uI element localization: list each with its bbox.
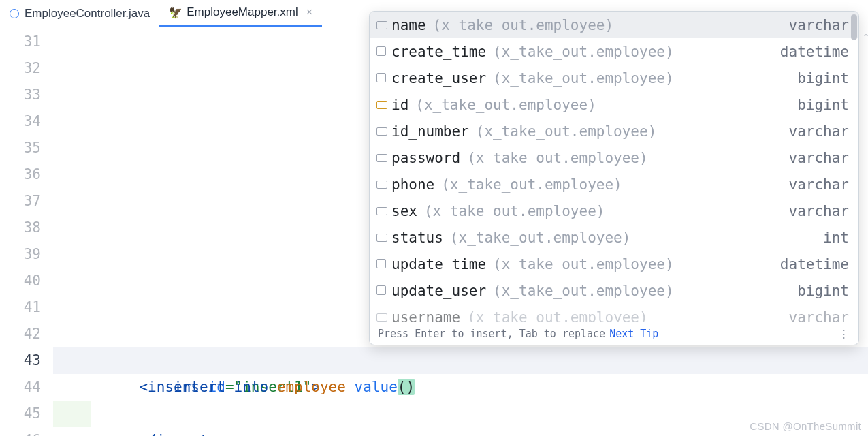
column-icon bbox=[376, 204, 391, 218]
autocomplete-item[interactable]: username(x_take_out.employee)varchar bbox=[370, 304, 858, 322]
popup-scrollbar-thumb[interactable] bbox=[851, 14, 857, 40]
autocomplete-item[interactable]: id(x_take_out.employee)bigint bbox=[370, 91, 858, 118]
autocomplete-item[interactable]: status(x_take_out.employee)int bbox=[370, 224, 858, 251]
item-name: id_number bbox=[391, 123, 469, 140]
autocomplete-item[interactable]: id_number(x_take_out.employee)varchar bbox=[370, 118, 858, 144]
field-box-icon bbox=[376, 258, 391, 271]
column-icon bbox=[376, 178, 391, 191]
primary-key-icon bbox=[376, 98, 391, 112]
tab-label: EmployeeController.java bbox=[25, 7, 150, 20]
autocomplete-item[interactable]: update_time(x_take_out.employee)datetime bbox=[370, 251, 858, 277]
item-namespace: (x_take_out.employee) bbox=[433, 17, 789, 33]
item-type: varchar bbox=[788, 150, 849, 166]
item-type: bigint bbox=[797, 70, 849, 87]
item-namespace: (x_take_out.employee) bbox=[493, 283, 797, 299]
item-name: update_user bbox=[391, 283, 486, 299]
autocomplete-item[interactable]: phone(x_take_out.employee)varchar bbox=[370, 171, 858, 198]
column-icon bbox=[376, 18, 391, 32]
autocomplete-item[interactable]: sex(x_take_out.employee)varchar bbox=[370, 198, 858, 224]
item-type: datetime bbox=[780, 256, 849, 272]
item-namespace: (x_take_out.employee) bbox=[476, 123, 789, 140]
scroll-up-icon[interactable]: ⌃ bbox=[863, 33, 868, 42]
popup-hint-text: Press Enter to insert, Tab to replace bbox=[378, 328, 605, 340]
close-icon[interactable]: × bbox=[306, 6, 312, 18]
item-namespace: (x_take_out.employee) bbox=[415, 97, 797, 113]
item-type: datetime bbox=[780, 44, 849, 60]
item-type: varchar bbox=[788, 17, 849, 33]
item-namespace: (x_take_out.employee) bbox=[493, 44, 780, 60]
item-type: varchar bbox=[788, 203, 849, 219]
item-namespace: (x_take_out.employee) bbox=[493, 256, 780, 272]
code-editor[interactable]: 313233343536 373839404142 43444546 <inse… bbox=[0, 27, 868, 436]
code-line-44[interactable]: </insert> bbox=[53, 374, 868, 401]
autocomplete-item[interactable]: create_user(x_take_out.employee)bigint bbox=[370, 65, 858, 91]
item-type: varchar bbox=[788, 123, 849, 140]
field-box-icon bbox=[376, 284, 391, 298]
next-tip-link[interactable]: Next Tip bbox=[609, 328, 658, 340]
popup-footer: Press Enter to insert, Tab to replace Ne… bbox=[370, 322, 858, 345]
item-name: create_time bbox=[391, 44, 486, 60]
column-icon bbox=[376, 151, 391, 165]
item-type: varchar bbox=[788, 309, 849, 322]
line-gutter: 313233343536 373839404142 43444546 bbox=[0, 27, 53, 436]
autocomplete-item[interactable]: create_time(x_take_out.employee)datetime bbox=[370, 38, 858, 65]
item-name: id bbox=[391, 97, 408, 113]
item-name: name bbox=[391, 17, 426, 33]
editor-scrollbar[interactable]: ⌃ bbox=[863, 33, 868, 53]
field-box-icon bbox=[376, 45, 391, 59]
code-line-43[interactable]: insert into employee value() bbox=[53, 347, 868, 374]
item-type: bigint bbox=[797, 97, 849, 113]
autocomplete-popup: name(x_take_out.employee)varcharcreate_t… bbox=[369, 11, 859, 345]
column-icon bbox=[376, 231, 391, 245]
code-area[interactable]: <insert id="insert1"> insert into employ… bbox=[53, 27, 868, 436]
item-namespace: (x_take_out.employee) bbox=[450, 230, 823, 246]
code-line-46[interactable]: </mapper> bbox=[53, 427, 868, 436]
tab-employee-mapper[interactable]: EmployeeMapper.xml × bbox=[159, 0, 322, 27]
watermark-text: CSDN @OnTheSummit bbox=[750, 420, 861, 432]
autocomplete-item[interactable]: update_user(x_take_out.employee)bigint bbox=[370, 277, 858, 304]
item-type: varchar bbox=[788, 176, 849, 193]
item-namespace: (x_take_out.employee) bbox=[493, 70, 797, 87]
tab-employee-controller[interactable]: EmployeeController.java bbox=[0, 0, 159, 27]
item-type: int bbox=[823, 230, 849, 246]
item-name: password bbox=[391, 150, 460, 166]
item-name: status bbox=[391, 230, 443, 246]
item-namespace: (x_take_out.employee) bbox=[467, 150, 788, 166]
item-namespace: (x_take_out.employee) bbox=[441, 176, 788, 193]
autocomplete-item[interactable]: name(x_take_out.employee)varchar bbox=[370, 12, 858, 38]
item-namespace: (x_take_out.employee) bbox=[424, 203, 789, 219]
item-name: create_user bbox=[391, 70, 486, 87]
item-namespace: (x_take_out.employee) bbox=[467, 309, 788, 322]
xml-file-icon bbox=[169, 6, 181, 18]
column-icon bbox=[376, 311, 391, 322]
item-name: username bbox=[391, 309, 460, 322]
item-name: sex bbox=[391, 203, 417, 219]
java-file-icon bbox=[10, 9, 19, 18]
autocomplete-item[interactable]: password(x_take_out.employee)varchar bbox=[370, 144, 858, 171]
item-type: bigint bbox=[797, 283, 849, 299]
field-box-icon bbox=[376, 72, 391, 85]
popup-more-icon[interactable]: ⋮ bbox=[839, 328, 850, 340]
item-name: phone bbox=[391, 176, 434, 193]
item-name: update_time bbox=[391, 256, 486, 272]
column-icon bbox=[376, 125, 391, 138]
tab-label: EmployeeMapper.xml bbox=[187, 5, 298, 19]
